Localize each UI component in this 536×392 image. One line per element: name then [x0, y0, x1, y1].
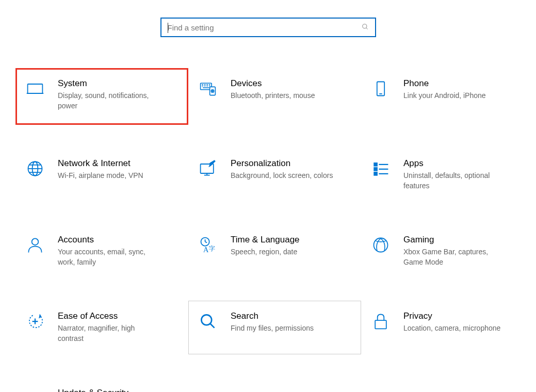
- tile-apps[interactable]: Apps Uninstall, defaults, optional featu…: [361, 148, 534, 201]
- search-box[interactable]: [160, 18, 376, 37]
- svg-line-41: [210, 324, 215, 328]
- tile-text: Devices Bluetooth, printers, mouse: [231, 78, 353, 101]
- tile-text: Time & Language Speech, region, date: [231, 235, 353, 257]
- svg-line-36: [205, 242, 207, 243]
- svg-rect-27: [374, 163, 377, 166]
- personalization-icon: [198, 158, 218, 179]
- network-icon: [25, 158, 45, 179]
- tile-desc: Location, camera, microphone: [403, 323, 507, 334]
- tile-system[interactable]: System Display, sound, notifications, po…: [15, 68, 188, 125]
- update-security-icon: [25, 388, 45, 392]
- svg-rect-2: [28, 84, 43, 93]
- tile-desc: Find my files, permissions: [231, 323, 334, 334]
- tile-title: Privacy: [403, 311, 526, 321]
- settings-grid: System Display, sound, notifications, po…: [0, 68, 536, 392]
- search-container: [0, 0, 536, 68]
- tile-devices[interactable]: Devices Bluetooth, printers, mouse: [188, 68, 361, 125]
- tile-privacy[interactable]: Privacy Location, camera, microphone: [361, 301, 534, 354]
- tile-text: Ease of Access Narrator, magnifier, high…: [58, 311, 181, 344]
- svg-rect-29: [374, 172, 377, 175]
- tile-accounts[interactable]: Accounts Your accounts, email, sync, wor…: [15, 224, 188, 277]
- svg-point-39: [374, 238, 388, 252]
- tile-title: Personalization: [231, 158, 353, 169]
- svg-point-16: [212, 91, 213, 92]
- tile-desc: Link your Android, iPhone: [403, 91, 507, 101]
- tile-text: Personalization Background, lock screen,…: [231, 158, 353, 181]
- tile-network[interactable]: Network & Internet Wi-Fi, airplane mode,…: [15, 148, 188, 201]
- tile-title: System: [58, 78, 181, 89]
- tile-text: Update & Security Windows Update, recove…: [58, 388, 181, 392]
- tile-update[interactable]: Update & Security Windows Update, recove…: [15, 378, 188, 392]
- time-language-icon: A 字: [198, 235, 218, 255]
- tile-desc: Display, sound, notifications, power: [58, 91, 161, 111]
- svg-point-33: [32, 239, 39, 246]
- tile-title: Time & Language: [231, 235, 353, 245]
- tile-time[interactable]: A 字 Time & Language Speech, region, date: [188, 224, 361, 277]
- tile-desc: Narrator, magnifier, high contrast: [58, 323, 161, 344]
- svg-rect-24: [201, 164, 214, 173]
- tile-personalization[interactable]: Personalization Background, lock screen,…: [188, 148, 361, 201]
- tile-desc: Speech, region, date: [231, 247, 334, 257]
- svg-point-40: [201, 315, 212, 325]
- tile-desc: Uninstall, defaults, optional features: [403, 171, 507, 191]
- svg-text:字: 字: [209, 245, 215, 252]
- tile-text: Search Find my files, permissions: [231, 311, 353, 334]
- svg-point-0: [362, 24, 366, 28]
- gaming-icon: [370, 235, 391, 255]
- svg-rect-42: [375, 321, 386, 329]
- text-cursor: [168, 23, 168, 33]
- tile-search[interactable]: Search Find my files, permissions: [188, 301, 361, 354]
- search-icon: [362, 23, 369, 32]
- tile-title: Search: [231, 311, 353, 321]
- tile-title: Devices: [231, 78, 353, 89]
- tile-text: Apps Uninstall, defaults, optional featu…: [403, 158, 526, 191]
- tile-desc: Bluetooth, printers, mouse: [231, 91, 334, 101]
- tile-title: Phone: [403, 78, 526, 89]
- ease-of-access-icon: [25, 311, 45, 332]
- svg-rect-28: [374, 168, 377, 170]
- tile-desc: Wi-Fi, airplane mode, VPN: [58, 171, 161, 181]
- tile-ease[interactable]: Ease of Access Narrator, magnifier, high…: [15, 301, 188, 354]
- tile-phone[interactable]: Phone Link your Android, iPhone: [361, 68, 534, 125]
- tile-title: Update & Security: [58, 388, 181, 392]
- tile-title: Apps: [403, 158, 526, 169]
- tile-gaming[interactable]: Gaming Xbox Game Bar, captures, Game Mod…: [361, 224, 534, 277]
- tile-text: System Display, sound, notifications, po…: [58, 78, 181, 111]
- tile-title: Gaming: [403, 235, 526, 245]
- search-input[interactable]: [168, 23, 362, 32]
- tile-text: Phone Link your Android, iPhone: [403, 78, 526, 101]
- svg-line-1: [366, 27, 367, 29]
- tile-text: Privacy Location, camera, microphone: [403, 311, 526, 334]
- tile-title: Accounts: [58, 235, 181, 245]
- tile-title: Network & Internet: [58, 158, 181, 169]
- tile-desc: Your accounts, email, sync, work, family: [58, 247, 161, 267]
- privacy-icon: [370, 311, 391, 332]
- accounts-icon: [25, 235, 45, 255]
- phone-icon: [370, 78, 391, 99]
- tile-text: Accounts Your accounts, email, sync, wor…: [58, 235, 181, 267]
- tile-desc: Background, lock screen, colors: [231, 171, 334, 181]
- devices-icon: [198, 78, 218, 99]
- system-icon: [25, 78, 45, 99]
- svg-text:A: A: [203, 246, 209, 254]
- tile-text: Gaming Xbox Game Bar, captures, Game Mod…: [403, 235, 526, 267]
- search-tile-icon: [198, 311, 218, 332]
- tile-desc: Xbox Game Bar, captures, Game Mode: [403, 247, 507, 267]
- apps-icon: [370, 158, 391, 179]
- tile-text: Network & Internet Wi-Fi, airplane mode,…: [58, 158, 181, 181]
- tile-title: Ease of Access: [58, 311, 181, 321]
